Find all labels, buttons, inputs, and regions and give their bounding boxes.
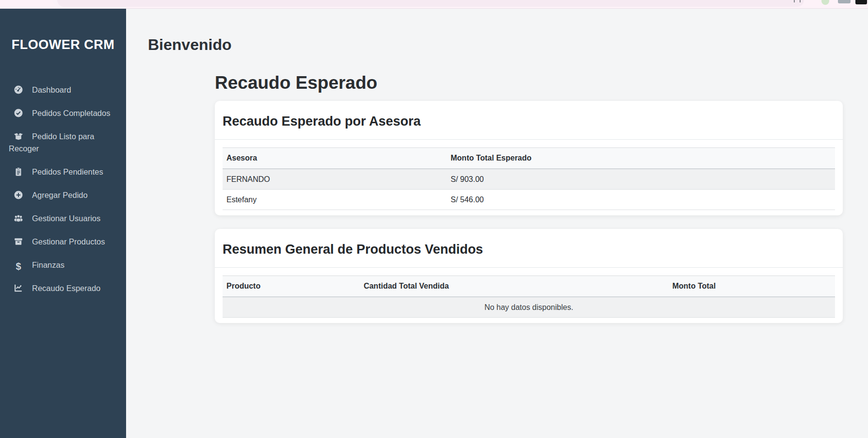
sidebar-item-agregar-pedido[interactable]: Agregar Pedido xyxy=(0,184,126,207)
users-icon xyxy=(14,213,24,223)
url-text-fragment xyxy=(794,0,804,2)
dollar-icon: $ xyxy=(14,261,24,271)
card-body: Producto Cantidad Total Vendida Monto To… xyxy=(215,268,843,323)
cell-monto: S/ 903.00 xyxy=(447,169,835,190)
sidebar-item-label: Pedidos Pendientes xyxy=(32,167,103,176)
sidebar-item-dashboard[interactable]: Dashboard xyxy=(0,79,126,102)
empty-state-row: No hay datos disponibles. xyxy=(223,297,835,318)
section-heading: Recaudo Esperado xyxy=(215,71,843,95)
card-title: Resumen General de Productos Vendidos xyxy=(223,241,835,258)
sidebar-item-label: Dashboard xyxy=(32,85,71,94)
cell-asesora: Estefany xyxy=(223,190,447,210)
table-row: Estefany S/ 546.00 xyxy=(223,190,835,210)
sidebar-item-label: Gestionar Productos xyxy=(32,237,105,246)
sidebar-item-gestionar-productos[interactable]: Gestionar Productos xyxy=(0,230,126,254)
sidebar-item-pedidos-completados[interactable]: Pedidos Completados xyxy=(0,102,126,125)
box-archive-icon xyxy=(14,237,24,246)
tachometer-icon xyxy=(14,85,24,95)
productos-table: Producto Cantidad Total Vendida Monto To… xyxy=(223,276,835,318)
sidebar-item-pedido-listo[interactable]: Pedido Listo para Recoger xyxy=(0,125,126,161)
sidebar-item-pedidos-pendientes[interactable]: Pedidos Pendientes xyxy=(0,161,126,184)
check-circle-icon xyxy=(14,108,24,118)
card-header: Resumen General de Productos Vendidos xyxy=(215,229,843,268)
sidebar-nav: Dashboard Pedidos Completados Pedido Lis… xyxy=(0,79,126,300)
cell-monto: S/ 546.00 xyxy=(447,190,835,210)
sidebar-item-label: Recaudo Esperado xyxy=(32,284,100,292)
address-bar[interactable] xyxy=(57,0,804,7)
chart-line-icon xyxy=(14,283,24,293)
sidebar-item-label: Agregar Pedido xyxy=(32,191,88,199)
card-body: Asesora Monto Total Esperado FERNANDO S/… xyxy=(215,140,843,215)
sidebar-item-label: Gestionar Usuarios xyxy=(32,214,100,223)
recaudo-section: Recaudo Esperado Recaudo Esperado por As… xyxy=(215,71,843,323)
card-recaudo-por-asesora: Recaudo Esperado por Asesora Asesora Mon… xyxy=(215,101,843,215)
table-header-row: Asesora Monto Total Esperado xyxy=(223,148,835,169)
screen: FLOOWER CRM Dashboard Pedidos Completado… xyxy=(0,0,868,438)
empty-state-message: No hay datos disponibles. xyxy=(223,297,835,318)
sidebar-item-recaudo-esperado[interactable]: Recaudo Esperado xyxy=(0,277,126,300)
sidebar-item-label: Pedidos Completados xyxy=(32,109,110,117)
card-header: Recaudo Esperado por Asesora xyxy=(215,101,843,140)
table-row: FERNANDO S/ 903.00 xyxy=(223,169,835,190)
box-open-icon xyxy=(14,131,24,141)
card-title: Recaudo Esperado por Asesora xyxy=(223,113,835,130)
welcome-heading: Bienvenido xyxy=(148,34,868,55)
table-header-row: Producto Cantidad Total Vendida Monto To… xyxy=(223,276,835,297)
column-header-producto: Producto xyxy=(223,276,360,297)
extension-icon[interactable] xyxy=(838,0,851,3)
clipboard-list-icon xyxy=(14,167,24,177)
browser-chrome xyxy=(0,0,868,9)
extension-icon[interactable] xyxy=(855,0,867,4)
cell-asesora: FERNANDO xyxy=(223,169,447,190)
column-header-cantidad-total: Cantidad Total Vendida xyxy=(360,276,669,297)
app-logo: FLOOWER CRM xyxy=(0,36,126,53)
column-header-monto-total: Monto Total xyxy=(668,276,835,297)
sidebar-item-finanzas[interactable]: $Finanzas xyxy=(0,254,126,277)
card-resumen-productos: Resumen General de Productos Vendidos Pr… xyxy=(215,229,843,323)
sidebar: FLOOWER CRM Dashboard Pedidos Completado… xyxy=(0,9,126,438)
extension-icon[interactable] xyxy=(821,0,829,5)
sidebar-item-gestionar-usuarios[interactable]: Gestionar Usuarios xyxy=(0,207,126,230)
column-header-asesora: Asesora xyxy=(223,148,447,169)
main-content: Bienvenido Recaudo Esperado Recaudo Espe… xyxy=(126,9,868,438)
column-header-monto-total-esperado: Monto Total Esperado xyxy=(447,148,835,169)
plus-circle-icon xyxy=(14,190,24,200)
sidebar-item-label: Finanzas xyxy=(32,260,64,269)
asesora-table: Asesora Monto Total Esperado FERNANDO S/… xyxy=(223,147,835,210)
